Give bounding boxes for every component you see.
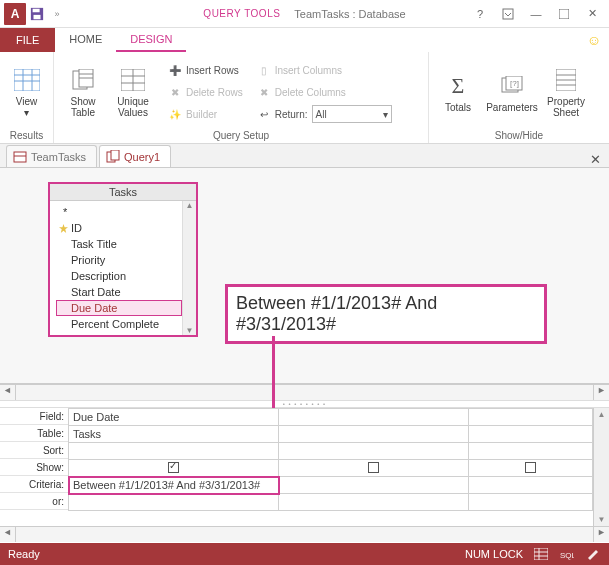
svg-rect-4 <box>559 9 569 19</box>
document-tabs: TeamTasks Query1 ✕ <box>0 144 609 168</box>
database-title: TeamTasks : Database <box>294 8 405 20</box>
group-label-showhide: Show/Hide <box>429 130 609 143</box>
tab-file[interactable]: FILE <box>0 28 55 52</box>
delete-rows-button[interactable]: ✖Delete Rows <box>166 82 245 102</box>
sigma-icon: Σ <box>444 72 472 100</box>
delete-columns-button[interactable]: ✖Delete Columns <box>255 82 394 102</box>
help-icon[interactable]: ? <box>471 5 489 23</box>
totals-button[interactable]: Σ Totals <box>435 72 481 113</box>
group-label-results: Results <box>0 130 53 143</box>
return-label: Return: <box>275 109 308 120</box>
qbe-label-field: Field: <box>0 408 68 425</box>
group-label-querysetup: Query Setup <box>54 130 428 143</box>
svg-rect-3 <box>503 9 513 19</box>
doctab-teamtasks[interactable]: TeamTasks <box>6 145 97 167</box>
view-datasheet-icon[interactable] <box>533 546 549 562</box>
qbe-hscroll[interactable]: ◄► <box>0 526 609 542</box>
qbe-label-show: Show: <box>0 459 68 476</box>
statusbar: Ready NUM LOCK SQL <box>0 543 609 565</box>
return-icon: ↩ <box>257 107 271 121</box>
maximize-button[interactable] <box>555 5 573 23</box>
delete-columns-icon: ✖ <box>257 85 271 99</box>
svg-text:SQL: SQL <box>560 551 574 560</box>
ribbon: View▾ Results Show Table Unique Values ➕… <box>0 52 609 144</box>
qbe-show-cell-2[interactable] <box>279 460 469 477</box>
insert-rows-button[interactable]: ➕Insert Rows <box>166 60 245 80</box>
qbe-grid: Field: Table: Sort: Show: Criteria: or: … <box>0 408 609 526</box>
property-sheet-button[interactable]: Property Sheet <box>543 66 589 118</box>
contextual-tab-label: QUERY TOOLS <box>203 8 280 19</box>
insert-columns-button[interactable]: ▯Insert Columns <box>255 60 394 80</box>
return-row: ↩ Return: All▾ <box>255 104 394 124</box>
insert-columns-icon: ▯ <box>257 63 271 77</box>
tab-design[interactable]: DESIGN <box>116 28 186 52</box>
field-list-tasks[interactable]: Tasks ▲▼ * ID Task Title Priority Descri… <box>48 182 198 337</box>
status-ready: Ready <box>8 548 40 560</box>
feedback-smiley-icon[interactable]: ☺ <box>587 28 601 52</box>
design-canvas[interactable]: Tasks ▲▼ * ID Task Title Priority Descri… <box>0 168 609 384</box>
close-button[interactable]: ✕ <box>583 5 601 23</box>
pane-splitter[interactable]: • • • • • • • • <box>0 400 609 408</box>
qbe-label-sort: Sort: <box>0 442 68 459</box>
canvas-hscroll[interactable]: ◄► <box>0 384 609 400</box>
svg-rect-1 <box>33 8 40 12</box>
fieldlist-item-due-date[interactable]: Due Date <box>56 300 182 316</box>
svg-rect-2 <box>34 14 41 18</box>
qbe-label-or: or: <box>0 493 68 510</box>
show-checkbox[interactable] <box>525 462 536 473</box>
insert-rows-icon: ➕ <box>168 63 182 77</box>
query-icon <box>106 150 120 164</box>
fieldlist-item-task-title[interactable]: Task Title <box>56 236 182 252</box>
fieldlist-star[interactable]: * <box>56 204 182 220</box>
fieldlist-item-id[interactable]: ID <box>56 220 182 236</box>
builder-icon: ✨ <box>168 107 182 121</box>
unique-values-icon <box>119 66 147 94</box>
tab-home[interactable]: HOME <box>55 28 116 52</box>
qbe-vscroll[interactable]: ▲▼ <box>593 408 609 526</box>
save-icon[interactable] <box>28 5 46 23</box>
qbe-table-cell[interactable]: Tasks <box>69 426 279 443</box>
ribbon-collapse-icon[interactable] <box>499 5 517 23</box>
fieldlist-item-percent-complete[interactable]: Percent Complete <box>56 316 182 332</box>
qbe-sort-cell[interactable] <box>69 443 279 460</box>
svg-text:[?]: [?] <box>510 79 519 88</box>
parameters-icon: [?] <box>498 72 526 100</box>
criteria-callout: Between #1/1/2013# And #3/31/2013# <box>225 284 547 344</box>
ribbon-tabs: FILE HOME DESIGN ☺ <box>0 28 609 52</box>
view-design-icon[interactable] <box>585 546 601 562</box>
show-checkbox-checked[interactable] <box>168 462 179 473</box>
doctab-query1[interactable]: Query1 <box>99 145 171 167</box>
show-table-button[interactable]: Show Table <box>60 66 106 118</box>
builder-button[interactable]: ✨Builder <box>166 104 245 124</box>
minimize-button[interactable]: — <box>527 5 545 23</box>
qbe-label-criteria: Criteria: <box>0 476 68 493</box>
fieldlist-scrollbar[interactable]: ▲▼ <box>182 201 196 335</box>
show-checkbox[interactable] <box>368 462 379 473</box>
qbe-criteria-cell[interactable]: Between #1/1/2013# And #3/31/2013# <box>69 477 279 494</box>
qat-more-icon[interactable]: » <box>48 5 66 23</box>
svg-rect-28 <box>111 150 119 160</box>
quick-access-toolbar: A » <box>0 3 70 25</box>
svg-rect-25 <box>14 152 26 162</box>
status-numlock: NUM LOCK <box>465 548 523 560</box>
unique-values-button[interactable]: Unique Values <box>110 66 156 118</box>
qbe-show-cell-1[interactable] <box>69 460 279 477</box>
delete-rows-icon: ✖ <box>168 85 182 99</box>
qbe-or-cell[interactable] <box>69 494 279 511</box>
view-button[interactable]: View▾ <box>6 66 47 118</box>
fieldlist-item-start-date[interactable]: Start Date <box>56 284 182 300</box>
field-list-title: Tasks <box>50 184 196 201</box>
fieldlist-item-description[interactable]: Description <box>56 268 182 284</box>
datasheet-icon <box>13 66 41 94</box>
fieldlist-item-priority[interactable]: Priority <box>56 252 182 268</box>
qbe-field-cell[interactable]: Due Date <box>69 409 279 426</box>
view-sql-icon[interactable]: SQL <box>559 546 575 562</box>
qbe-label-table: Table: <box>0 425 68 442</box>
app-icon[interactable]: A <box>4 3 26 25</box>
property-sheet-icon <box>552 66 580 94</box>
parameters-button[interactable]: [?] Parameters <box>489 72 535 113</box>
qbe-row-labels: Field: Table: Sort: Show: Criteria: or: <box>0 408 68 526</box>
return-select[interactable]: All▾ <box>312 105 392 123</box>
svg-rect-5 <box>14 69 40 91</box>
doctab-close-icon[interactable]: ✕ <box>590 152 609 167</box>
